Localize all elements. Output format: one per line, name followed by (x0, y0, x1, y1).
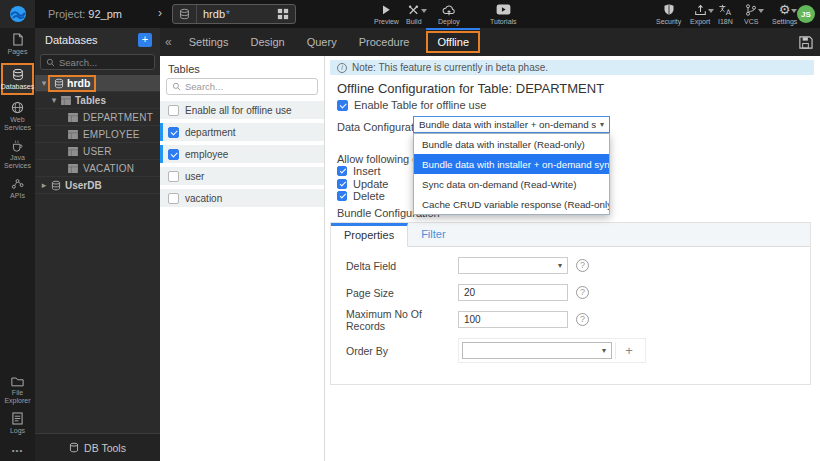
database-tree: ▾ hrdb ▾ Tables DEPARTMENT EMPLOYEE USER… (35, 75, 160, 194)
tab-query[interactable]: Query (296, 28, 348, 56)
security-button[interactable]: Security (656, 3, 681, 27)
insert-label: Insert (353, 165, 381, 177)
collapse-panel-icon[interactable]: « (165, 35, 172, 49)
table-row-vacation[interactable]: vacation (160, 189, 324, 207)
sidebar-item-web-services[interactable]: Web Services (0, 101, 35, 132)
database-tab-bar: « Settings Design Query Procedure Offlin… (160, 28, 820, 56)
hrdb-highlight-box: hrdb (48, 75, 96, 92)
more-options-icon[interactable]: ••• (12, 446, 23, 455)
enable-all-row[interactable]: Enable all for offline use (160, 101, 324, 119)
db-tools-button[interactable]: DB Tools (35, 433, 160, 461)
tree-node-table[interactable]: VACATION (35, 160, 160, 177)
databases-panel-title: Databases (45, 34, 98, 46)
caret-down-icon[interactable]: ▾ (50, 95, 58, 105)
table-checkbox[interactable] (168, 149, 179, 160)
build-button[interactable]: Build (406, 3, 422, 27)
delta-field-label: Delta Field (346, 260, 458, 272)
table-row-label: vacation (185, 193, 222, 204)
tab-procedure[interactable]: Procedure (348, 28, 421, 56)
databases-panel-header: Databases + (35, 28, 160, 53)
max-records-input[interactable] (464, 314, 554, 325)
sidebar-item-pages[interactable]: Pages (0, 33, 35, 56)
user-avatar[interactable]: JS (797, 5, 815, 23)
tab-settings[interactable]: Settings (178, 28, 240, 56)
sidebar-item-databases[interactable]: Databases (1, 63, 34, 95)
table-row-user[interactable]: user (160, 167, 324, 185)
project-name: 92_pm (88, 8, 122, 20)
tables-search-input[interactable] (185, 81, 305, 92)
database-search[interactable] (40, 54, 155, 70)
tab-filter[interactable]: Filter (408, 223, 458, 246)
update-label: Update (353, 178, 388, 190)
add-order-by-button[interactable]: + (615, 342, 642, 359)
tab-design[interactable]: Design (239, 28, 295, 56)
build-tools-icon (407, 3, 420, 16)
data-configuration-select[interactable]: Bundle data with installer + on-demand s… (413, 116, 610, 133)
tree-node-label: hrdb (67, 77, 90, 89)
tree-node-table[interactable]: USER (35, 143, 160, 160)
table-checkbox[interactable] (168, 171, 179, 182)
tree-node-table[interactable]: DEPARTMENT (35, 109, 160, 126)
caret-down-icon[interactable]: ▾ (40, 78, 48, 88)
sidebar-item-file-explorer[interactable]: File Explorer (0, 376, 35, 405)
table-row-department[interactable]: department (160, 123, 324, 141)
tree-node-label: DEPARTMENT (83, 112, 153, 123)
delete-checkbox[interactable] (337, 191, 347, 201)
branch-icon (745, 3, 757, 16)
shield-icon (663, 3, 675, 16)
tutorials-button[interactable]: Tutorials (490, 3, 517, 27)
save-icon[interactable] (798, 35, 813, 50)
caret-right-icon[interactable]: ▸ (40, 180, 48, 190)
tables-search[interactable] (166, 78, 318, 95)
vcs-button[interactable]: VCS (744, 3, 758, 27)
enable-all-checkbox[interactable] (168, 105, 179, 116)
table-checkbox[interactable] (168, 193, 179, 204)
dropdown-option[interactable]: Bundle data with installer (Read-only) (414, 134, 609, 154)
tab-properties[interactable]: Properties (331, 223, 408, 247)
dropdown-option-selected[interactable]: Bundle data with installer + on-demand s… (414, 154, 609, 174)
sidebar-item-logs[interactable]: Logs (0, 412, 35, 435)
update-checkbox[interactable] (337, 179, 347, 189)
dropdown-option[interactable]: Sync data on-demand (Read-Write) (414, 174, 609, 194)
enable-table-checkbox[interactable] (337, 100, 348, 111)
tab-offline[interactable]: Offline (426, 31, 480, 53)
help-icon[interactable]: ? (576, 286, 589, 299)
operation-delete[interactable]: Delete (337, 191, 388, 201)
data-configuration-dropdown: Bundle data with installer (Read-only) B… (413, 133, 610, 215)
tree-node-table[interactable]: EMPLOYEE (35, 126, 160, 143)
page-size-input[interactable] (464, 287, 554, 298)
databases-panel: Databases + ▾ hrdb ▾ Tables DEPARTMENT E… (35, 28, 160, 461)
help-icon[interactable]: ? (576, 313, 589, 326)
delta-field-select[interactable]: ▾ (458, 257, 568, 274)
grid-view-icon[interactable] (271, 8, 295, 20)
sidebar-item-apis[interactable]: APIs (0, 177, 35, 200)
database-icon (51, 180, 61, 191)
i18n-button[interactable]: A I18N (718, 3, 733, 27)
help-icon[interactable]: ? (576, 259, 589, 272)
globe-icon (11, 101, 24, 114)
operation-insert[interactable]: Insert (337, 166, 388, 176)
dropdown-option[interactable]: Cache CRUD variable response (Read-only) (414, 194, 609, 214)
database-selector[interactable]: hrdb* (172, 4, 296, 24)
table-row-label: user (185, 171, 204, 182)
tree-node-tables-group[interactable]: ▾ Tables (35, 92, 160, 109)
database-search-input[interactable] (59, 57, 149, 68)
app-logo[interactable] (0, 0, 35, 28)
operation-update[interactable]: Update (337, 179, 388, 189)
preview-button[interactable]: Preview (374, 3, 399, 27)
table-row-employee[interactable]: employee (160, 145, 324, 163)
coffee-cup-icon (11, 139, 24, 152)
tree-node-hrdb[interactable]: ▾ hrdb (35, 75, 160, 92)
settings-button[interactable]: ⚙ Settings (772, 3, 797, 27)
order-by-select[interactable]: ▾ (462, 342, 612, 359)
tree-node-userdb[interactable]: ▸ UserDB (35, 177, 160, 194)
top-header: Project: 92_pm › hrdb* Preview Build Dep… (0, 0, 820, 28)
export-button[interactable]: Export (690, 3, 710, 27)
table-checkbox[interactable] (168, 127, 179, 138)
deploy-button[interactable]: Deploy (438, 3, 460, 27)
order-by-label: Order By (346, 345, 458, 357)
enable-table-row[interactable]: Enable Table for offline use (337, 99, 486, 111)
add-database-button[interactable]: + (138, 33, 152, 47)
sidebar-item-java-services[interactable]: Java Services (0, 139, 35, 170)
insert-checkbox[interactable] (337, 166, 347, 176)
